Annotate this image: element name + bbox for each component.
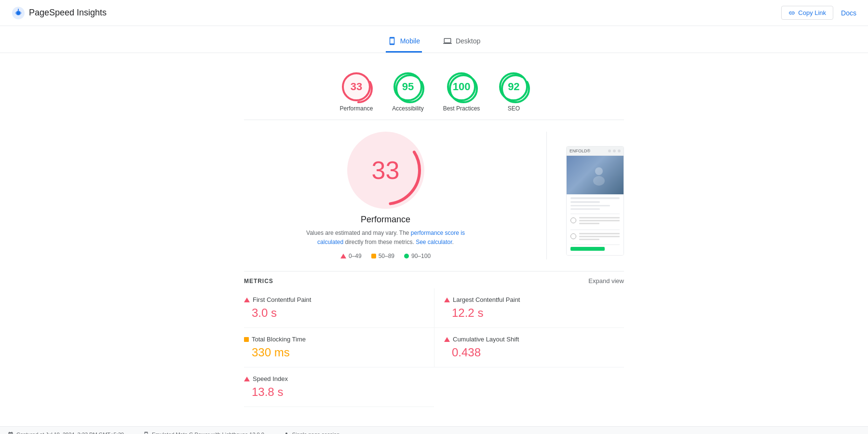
legend-dot-icon xyxy=(404,254,409,258)
metric-lcp-name-row: Largest Contentful Paint xyxy=(444,296,624,303)
metric-si-name-row: Speed Index xyxy=(244,375,415,382)
logo: PageSpeed Insights xyxy=(12,6,107,20)
screenshot-line-3 xyxy=(570,205,610,206)
screenshot-footer xyxy=(570,244,620,251)
legend: 0–49 50–89 90–100 xyxy=(340,253,431,259)
screenshot-title: ENFOLD® xyxy=(570,149,606,153)
footer-col-2: Emulated Moto G Power with Lighthouse 12… xyxy=(143,432,264,434)
psi-logo-icon xyxy=(12,6,25,20)
screenshot-cta xyxy=(570,247,605,251)
metrics-header: METRICS Expand view xyxy=(244,271,624,288)
copy-link-button[interactable]: Copy Link xyxy=(781,6,833,20)
metric-fcp-indicator xyxy=(244,298,250,302)
seo-arc xyxy=(499,72,532,105)
docs-link[interactable]: Docs xyxy=(841,9,856,17)
legend-red: 0–49 xyxy=(340,253,362,259)
screenshot-dot-1 xyxy=(608,149,611,152)
svg-point-4 xyxy=(450,75,477,102)
copy-link-label: Copy Link xyxy=(798,9,826,16)
tab-mobile-label: Mobile xyxy=(400,37,420,45)
screenshot-line-2 xyxy=(570,201,600,203)
metric-fcp: First Contentful Paint 3.0 s xyxy=(244,288,434,328)
screenshot-icon-2 xyxy=(570,233,576,239)
metric-cls-indicator xyxy=(444,337,450,342)
metrics-grid: First Contentful Paint 3.0 s Largest Con… xyxy=(244,288,624,407)
screenshot-text-1 xyxy=(579,217,620,226)
footer-captured-text: Captured at Jul 19, 2024, 3:23 PM GMT+5:… xyxy=(16,432,124,434)
calculator-link[interactable]: See calculator xyxy=(416,239,452,245)
legend-orange: 50–89 xyxy=(371,253,394,259)
metric-fcp-name-row: First Contentful Paint xyxy=(244,296,415,303)
metric-tbt-value: 330 ms xyxy=(244,346,415,359)
expand-view-button[interactable]: Expand view xyxy=(588,277,624,285)
metric-lcp-indicator xyxy=(444,298,450,302)
metric-lcp-value: 12.2 s xyxy=(444,306,624,320)
accessibility-circle: 95 xyxy=(393,72,422,101)
footer-device-text: Emulated Moto G Power with Lighthouse 12… xyxy=(152,432,264,434)
screenshot: ENFOLD® xyxy=(566,146,624,256)
metric-cls-name-row: Cumulative Layout Shift xyxy=(444,336,624,343)
footer-col-1: Captured at Jul 19, 2024, 3:23 PM GMT+5:… xyxy=(8,432,124,434)
performance-circle: 33 xyxy=(342,72,371,101)
screenshot-text-2 xyxy=(579,233,620,242)
screenshot-line-4 xyxy=(570,208,600,210)
score-card-best-practices[interactable]: 100 Best Practices xyxy=(443,72,480,112)
footer-device: Emulated Moto G Power with Lighthouse 12… xyxy=(143,432,264,434)
screenshot-hero-img xyxy=(581,161,610,190)
accessibility-arc xyxy=(393,72,426,105)
footer-session-text: Single page session xyxy=(292,432,339,434)
tab-desktop[interactable]: Desktop xyxy=(441,32,482,53)
score-card-seo[interactable]: 92 SEO xyxy=(499,72,528,112)
screenshot-hero xyxy=(567,156,624,194)
best-practices-label: Best Practices xyxy=(443,105,480,112)
metrics-title: METRICS xyxy=(244,278,273,285)
metric-fcp-name: First Contentful Paint xyxy=(253,296,311,303)
score-cards: 33 Performance 95 Accessibility 100 Best… xyxy=(244,63,624,120)
metric-cls: Cumulative Layout Shift 0.438 xyxy=(434,328,624,367)
main-content: 33 Performance 95 Accessibility 100 Best… xyxy=(236,53,632,426)
metric-fcp-value: 3.0 s xyxy=(244,306,415,320)
metric-cls-name: Cumulative Layout Shift xyxy=(453,336,519,343)
mobile-icon xyxy=(388,37,396,45)
desktop-icon xyxy=(443,37,452,45)
person-icon xyxy=(284,432,289,434)
svg-rect-7 xyxy=(581,161,610,190)
metric-si: Speed Index 13.8 s xyxy=(244,367,434,407)
metric-si-indicator xyxy=(244,377,250,381)
screenshot-content xyxy=(567,194,624,255)
footer-session: Single page session xyxy=(284,432,407,434)
seo-circle: 92 xyxy=(499,72,528,101)
metric-si-name: Speed Index xyxy=(253,375,288,382)
tab-mobile[interactable]: Mobile xyxy=(386,32,422,53)
divider-vertical xyxy=(546,132,547,259)
metric-tbt-indicator xyxy=(244,337,249,342)
screenshot-icon-row-1 xyxy=(570,217,620,226)
svg-point-1 xyxy=(16,11,20,15)
best-practices-circle: 100 xyxy=(447,72,476,101)
metric-cls-value: 0.438 xyxy=(444,346,624,359)
seo-label: SEO xyxy=(508,105,520,112)
legend-red-label: 0–49 xyxy=(349,253,362,259)
performance-arc xyxy=(342,72,375,105)
big-score-title: Performance xyxy=(361,215,410,225)
svg-point-2 xyxy=(345,75,372,102)
legend-square-icon xyxy=(371,254,376,258)
metric-tbt-name: Total Blocking Time xyxy=(252,336,306,343)
metric-lcp-name: Largest Contentful Paint xyxy=(453,296,520,303)
metric-si-value: 13.8 s xyxy=(244,385,415,399)
app-title: PageSpeed Insights xyxy=(29,8,107,18)
tab-desktop-label: Desktop xyxy=(456,37,480,45)
big-score-circle-container: 33 xyxy=(347,132,424,209)
screenshot-dot-3 xyxy=(618,149,621,152)
tab-bar: Mobile Desktop xyxy=(0,26,868,53)
calendar-icon xyxy=(8,432,14,434)
score-card-performance[interactable]: 33 Performance xyxy=(340,72,373,112)
big-score-number: 33 xyxy=(372,156,400,185)
legend-green: 90–100 xyxy=(404,253,431,259)
legend-green-label: 90–100 xyxy=(411,253,431,259)
accessibility-label: Accessibility xyxy=(392,105,423,112)
score-card-accessibility[interactable]: 95 Accessibility xyxy=(392,72,423,112)
screenshot-icon-row-2 xyxy=(570,233,620,242)
metric-lcp: Largest Contentful Paint 12.2 s xyxy=(434,288,624,328)
footer-bar: Captured at Jul 19, 2024, 3:23 PM GMT+5:… xyxy=(0,426,868,434)
